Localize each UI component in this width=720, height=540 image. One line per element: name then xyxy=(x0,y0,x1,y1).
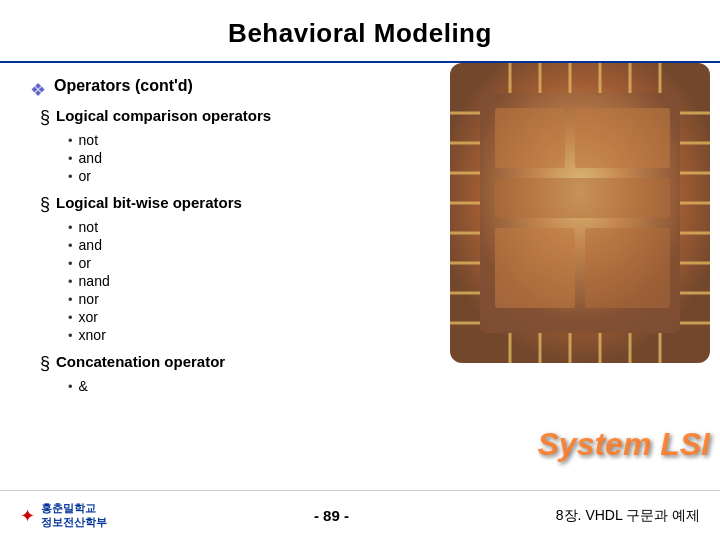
list-items-2: • not • and • or • nand xyxy=(68,219,420,343)
bullet-icon: • xyxy=(68,169,73,184)
item-and-1: and xyxy=(79,150,102,166)
system-lsi-text: System LSI xyxy=(537,426,710,463)
chip-image-area: System LSI xyxy=(440,63,720,523)
list-item: • nand xyxy=(68,273,420,289)
subsection-heading-2: § Logical bit-wise operators xyxy=(40,194,420,215)
section-bullet-2: § xyxy=(40,194,50,215)
list-item: • nor xyxy=(68,291,420,307)
list-item: • xor xyxy=(68,309,420,325)
list-item: • & xyxy=(68,378,420,394)
subsection-title-3: Concatenation operator xyxy=(56,353,225,370)
item-not-1: not xyxy=(79,132,98,148)
subsection-concatenation: § Concatenation operator • & xyxy=(40,353,420,394)
footer-logo-line2: 정보전산학부 xyxy=(41,516,107,529)
list-item: • or xyxy=(68,168,420,184)
item-nand: nand xyxy=(79,273,110,289)
operators-heading: Operators (cont'd) xyxy=(54,77,193,95)
footer: ✦ 홍춘밀학교 정보전산학부 - 89 - 8장. VHDL 구문과 예제 xyxy=(0,490,720,540)
list-item: • and xyxy=(68,150,420,166)
subsection-title-2: Logical bit-wise operators xyxy=(56,194,242,211)
item-and-2: and xyxy=(79,237,102,253)
section-bullet-3: § xyxy=(40,353,50,374)
section-bullet-1: § xyxy=(40,107,50,128)
bullet-icon: • xyxy=(68,238,73,253)
bullet-icon: • xyxy=(68,328,73,343)
footer-logo: ✦ 홍춘밀학교 정보전산학부 xyxy=(20,502,107,528)
footer-logo-line1: 홍춘밀학교 xyxy=(41,502,107,515)
bullet-icon: • xyxy=(68,256,73,271)
diamond-bullet-icon: ❖ xyxy=(30,79,46,101)
svg-rect-35 xyxy=(450,63,710,363)
subsection-heading-1: § Logical comparison operators xyxy=(40,107,420,128)
list-items-3: • & xyxy=(68,378,420,394)
item-not-2: not xyxy=(79,219,98,235)
subsection-logical-comparison: § Logical comparison operators • not • a… xyxy=(40,107,420,184)
list-item: • or xyxy=(68,255,420,271)
page-title: Behavioral Modeling xyxy=(228,18,492,48)
item-xor: xor xyxy=(79,309,98,325)
subsection-heading-3: § Concatenation operator xyxy=(40,353,420,374)
bullet-icon: • xyxy=(68,274,73,289)
list-item: • not xyxy=(68,219,420,235)
bullet-icon: • xyxy=(68,310,73,325)
bullet-icon: • xyxy=(68,151,73,166)
logo-icon: ✦ xyxy=(20,505,35,527)
footer-logo-text: 홍춘밀학교 정보전산학부 xyxy=(41,502,107,528)
bullet-icon: • xyxy=(68,220,73,235)
bullet-icon: • xyxy=(68,292,73,307)
bullet-icon: • xyxy=(68,133,73,148)
bullet-icon: • xyxy=(68,379,73,394)
subsection-title-1: Logical comparison operators xyxy=(56,107,271,124)
item-nor: nor xyxy=(79,291,99,307)
list-item: • and xyxy=(68,237,420,253)
main-content: ❖ Operators (cont'd) § Logical compariso… xyxy=(0,63,720,523)
item-or-2: or xyxy=(79,255,91,271)
item-xnor: xnor xyxy=(79,327,106,343)
list-items-1: • not • and • or xyxy=(68,132,420,184)
item-ampersand: & xyxy=(79,378,88,394)
page-container: Behavioral Modeling ❖ Operators (cont'd)… xyxy=(0,0,720,540)
list-item: • xnor xyxy=(68,327,420,343)
section-heading: ❖ Operators (cont'd) xyxy=(30,77,420,101)
title-bar: Behavioral Modeling xyxy=(0,0,720,63)
subsection-bitwise: § Logical bit-wise operators • not • and… xyxy=(40,194,420,343)
footer-chapter: 8장. VHDL 구문과 예제 xyxy=(556,507,700,525)
item-or-1: or xyxy=(79,168,91,184)
footer-page: - 89 - xyxy=(314,507,349,524)
left-content: ❖ Operators (cont'd) § Logical compariso… xyxy=(0,63,440,523)
chip-graphic xyxy=(440,63,720,413)
list-item: • not xyxy=(68,132,420,148)
